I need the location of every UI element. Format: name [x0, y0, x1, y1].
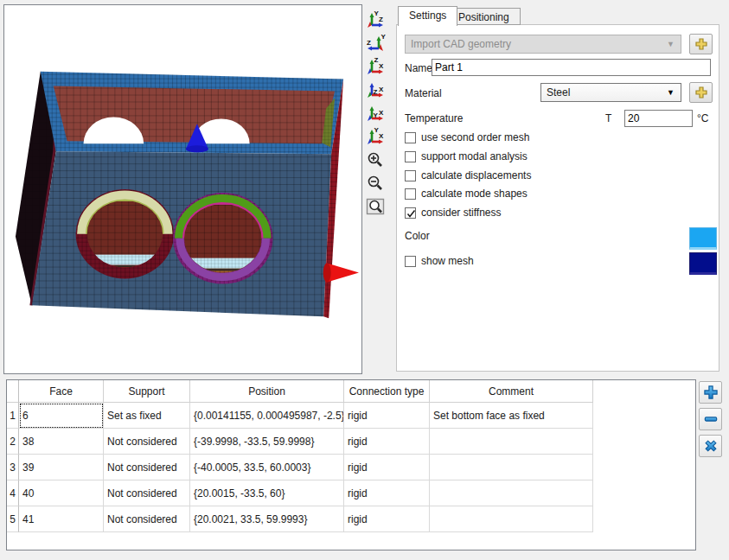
view-yz-button[interactable]: Y Z — [364, 9, 387, 30]
cell-support[interactable]: Not considered — [104, 455, 190, 480]
checkbox-second-order-mesh[interactable]: use second order mesh — [405, 130, 529, 144]
chevron-down-icon: ▼ — [667, 88, 675, 97]
cell-comment[interactable] — [430, 480, 593, 506]
cell-position[interactable]: {0.00141155, 0.000495987, -2.5} — [190, 403, 344, 429]
row-number[interactable]: 4 — [7, 480, 19, 506]
view-zy-button[interactable]: Z Y — [364, 32, 387, 54]
row-number[interactable]: 2 — [7, 429, 19, 455]
column-header-connection-type[interactable]: Connection type — [344, 380, 430, 403]
clear-rows-button[interactable] — [699, 435, 722, 457]
cell-position[interactable]: {-39.9998, -33.5, 59.9998} — [190, 429, 344, 455]
checkbox-label: calculate displacements — [421, 169, 531, 181]
checkbox-box[interactable] — [405, 188, 416, 200]
column-header-support[interactable]: Support — [104, 380, 190, 403]
view-zx-button[interactable]: Z X — [364, 55, 387, 77]
cell-comment[interactable] — [430, 455, 593, 480]
axis-zx-icon: Z X — [365, 56, 386, 77]
add-row-button[interactable] — [699, 381, 722, 404]
zoom-in-button[interactable] — [364, 149, 387, 170]
checkbox-modal-analysis[interactable]: support modal analysis — [405, 150, 528, 163]
row-number[interactable]: 1 — [7, 403, 19, 429]
row-number[interactable]: 3 — [7, 455, 19, 480]
cell-connection-type[interactable]: rigid — [344, 506, 430, 532]
axis-yx-icon: Y X — [365, 126, 386, 147]
tab-positioning[interactable]: Positioning — [447, 8, 521, 25]
cell-connection-type[interactable]: rigid — [344, 403, 430, 429]
plus-icon — [702, 384, 719, 401]
checkbox-box[interactable] — [405, 151, 416, 162]
material-dropdown[interactable]: Steel ▼ — [540, 83, 681, 102]
checkbox-label: calculate mode shapes — [421, 188, 528, 200]
column-header-comment[interactable]: Comment — [430, 380, 593, 403]
zoom-out-icon — [365, 173, 386, 194]
cell-face[interactable]: 40 — [19, 480, 104, 506]
view-yx-neg-button[interactable]: Y X — [364, 102, 387, 124]
zoom-window-icon — [365, 196, 386, 217]
checkbox-label: support modal analysis — [421, 150, 528, 162]
checkbox-consider-stiffness[interactable]: consider stiffness — [405, 206, 502, 220]
x-icon — [702, 437, 719, 455]
row-number[interactable]: 5 — [7, 506, 19, 532]
zoom-in-icon — [365, 150, 386, 170]
svg-text:Z: Z — [374, 56, 379, 64]
add-geometry-button[interactable] — [689, 34, 713, 54]
checkbox-box[interactable] — [405, 207, 416, 219]
checkbox-calc-displacements[interactable]: calculate displacements — [405, 169, 531, 182]
name-label: Name — [405, 62, 432, 74]
checkbox-calc-mode-shapes[interactable]: calculate mode shapes — [405, 187, 528, 200]
cell-face[interactable]: 38 — [19, 429, 104, 455]
temperature-input[interactable] — [624, 110, 693, 127]
checkbox-box[interactable] — [405, 132, 416, 143]
cell-connection-type[interactable]: rigid — [344, 429, 430, 455]
view-zx-neg-button[interactable]: Z X — [364, 79, 387, 100]
cell-face[interactable]: 39 — [19, 455, 104, 480]
part-color-swatch[interactable] — [689, 227, 717, 250]
remove-row-button[interactable] — [699, 408, 722, 430]
column-header-position[interactable]: Position — [190, 380, 344, 403]
material-dropdown-value: Steel — [547, 86, 570, 99]
cell-connection-type[interactable]: rigid — [344, 480, 430, 506]
svg-text:Y: Y — [381, 33, 387, 41]
zoom-out-button[interactable] — [364, 172, 387, 194]
import-cad-dropdown[interactable]: Import CAD geometry ▼ — [405, 35, 681, 54]
cell-face[interactable]: 41 — [19, 506, 104, 532]
faces-table-header: Face Support Position Connection type Co… — [7, 380, 593, 403]
cell-comment[interactable] — [430, 429, 593, 455]
cell-support[interactable]: Not considered — [104, 506, 190, 532]
cell-position[interactable]: {20.0015, -33.5, 60} — [190, 480, 344, 506]
cell-connection-type[interactable]: rigid — [344, 455, 430, 480]
cell-comment[interactable]: Set bottom face as fixed — [430, 403, 593, 429]
plus-icon — [694, 86, 709, 99]
svg-text:Z: Z — [374, 87, 378, 95]
temperature-label: Temperature — [405, 112, 463, 124]
checkbox-show-mesh[interactable]: show mesh — [405, 254, 474, 268]
chevron-down-icon: ▼ — [667, 40, 675, 48]
cell-face[interactable]: 6 — [19, 403, 104, 429]
material-label: Material — [405, 87, 442, 99]
svg-text:X: X — [379, 132, 384, 140]
cell-support[interactable]: Not considered — [104, 480, 190, 506]
cell-position[interactable]: {20.0021, 33.5, 59.9993} — [190, 506, 344, 532]
3d-viewport[interactable] — [3, 4, 362, 374]
import-cad-dropdown-value: Import CAD geometry — [411, 38, 511, 50]
column-header-face[interactable]: Face — [19, 380, 104, 403]
view-yx-button[interactable]: Y X — [364, 125, 387, 147]
cell-position[interactable]: {-40.0005, 33.5, 60.0003} — [190, 455, 344, 480]
name-input[interactable] — [432, 59, 711, 76]
axis-zx-neg-icon: Z X — [365, 80, 386, 100]
axis-yx-neg-icon: Y X — [365, 103, 386, 124]
checkmark-icon — [406, 209, 416, 219]
checkbox-box[interactable] — [405, 170, 416, 181]
cell-comment[interactable] — [430, 506, 593, 532]
cell-support[interactable]: Not considered — [104, 429, 190, 455]
checkbox-label: consider stiffness — [421, 207, 502, 219]
tab-settings[interactable]: Settings — [398, 6, 457, 26]
checkbox-box[interactable] — [405, 256, 416, 267]
svg-text:Z: Z — [367, 39, 371, 47]
mesh-color-swatch[interactable] — [689, 252, 717, 275]
faces-table: Face Support Position Connection type Co… — [6, 379, 696, 550]
zoom-window-button[interactable] — [364, 195, 387, 217]
add-material-button[interactable] — [689, 82, 713, 103]
cell-support[interactable]: Set as fixed — [104, 403, 190, 429]
minus-icon — [702, 410, 719, 428]
